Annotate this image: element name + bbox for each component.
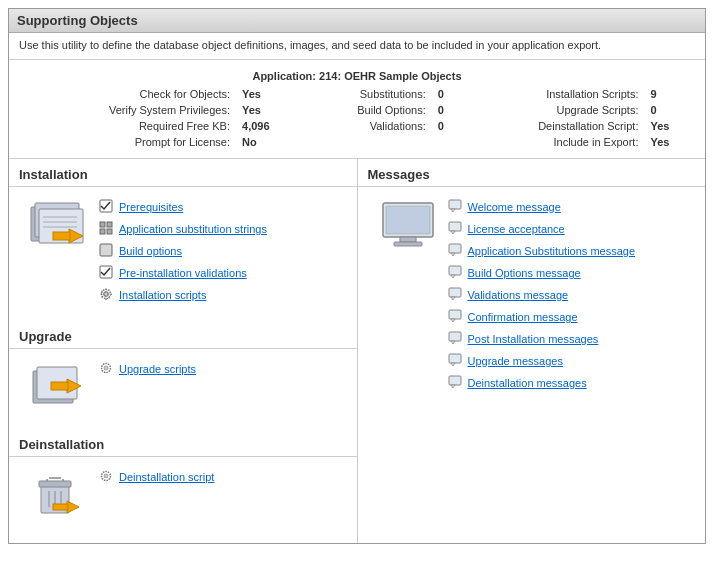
deinstallation-section: Deinstallation script <box>9 457 357 533</box>
prerequisites-link[interactable]: Prerequisites <box>119 201 183 213</box>
list-item: Welcome message <box>448 199 696 215</box>
installation-section: Prerequisites Application substitution s… <box>9 187 357 317</box>
list-item: Application Substitutions message <box>448 243 696 259</box>
svg-rect-46 <box>449 266 461 275</box>
svg-rect-9 <box>100 222 105 227</box>
svg-rect-50 <box>449 310 461 319</box>
build-options-value: 0 <box>432 102 462 118</box>
pre-installation-link[interactable]: Pre-installation validations <box>119 267 247 279</box>
list-item: Deinstallation script <box>99 469 347 485</box>
deinstallation-title: Deinstallation <box>9 429 357 457</box>
list-item: Installation scripts <box>99 287 347 303</box>
left-panel: Installation <box>9 159 358 543</box>
deinstallation-icon-container <box>19 465 99 525</box>
messages-title: Messages <box>358 159 706 187</box>
deinstallation-icon <box>23 469 95 525</box>
validations-message-link[interactable]: Validations message <box>468 289 569 301</box>
upgrade-scripts-label: Upgrade Scripts: <box>461 102 644 118</box>
welcome-message-link[interactable]: Welcome message <box>468 201 561 213</box>
build-options-message-link[interactable]: Build Options message <box>468 267 581 279</box>
check-objects-value: Yes <box>236 86 300 102</box>
app-substitutions-message-link[interactable]: Application Substitutions message <box>468 245 636 257</box>
page-title: Supporting Objects <box>9 9 705 33</box>
list-item: Deinstallation messages <box>448 375 696 391</box>
title-text: Supporting Objects <box>17 13 138 28</box>
svg-point-17 <box>104 292 108 296</box>
substitutions-label: Substitutions: <box>300 86 431 102</box>
license-acceptance-link[interactable]: License acceptance <box>468 223 565 235</box>
svg-rect-52 <box>449 332 461 341</box>
installation-scripts-label: Installation Scripts: <box>461 86 644 102</box>
list-item: Pre-installation validations <box>99 265 347 281</box>
speech-icon-5 <box>448 309 464 325</box>
svg-marker-47 <box>451 275 455 278</box>
upgrade-scripts-link[interactable]: Upgrade scripts <box>119 363 196 375</box>
info-section: Application: 214: OEHR Sample Objects Ch… <box>9 60 705 159</box>
gear3-icon <box>99 469 115 485</box>
monitor-icon <box>378 199 438 255</box>
app-substitution-link[interactable]: Application substitution strings <box>119 223 267 235</box>
svg-rect-39 <box>394 242 422 246</box>
messages-links: Welcome message License acceptance <box>448 195 696 397</box>
svg-rect-13 <box>100 244 112 256</box>
gear-icon <box>99 287 115 303</box>
speech-icon-3 <box>448 265 464 281</box>
include-export-value: Yes <box>644 134 695 150</box>
build-options-link[interactable]: Build options <box>119 245 182 257</box>
svg-marker-49 <box>451 297 455 300</box>
svg-rect-54 <box>449 354 461 363</box>
upgrade-title: Upgrade <box>9 321 357 349</box>
confirmation-message-link[interactable]: Confirmation message <box>468 311 578 323</box>
include-export-label: Include in Export: <box>461 134 644 150</box>
list-item: Upgrade scripts <box>99 361 347 377</box>
svg-marker-55 <box>451 363 455 366</box>
check-objects-label: Check for Objects: <box>19 86 236 102</box>
deinstallation-script-value: Yes <box>644 118 695 134</box>
list-item: License acceptance <box>448 221 696 237</box>
svg-rect-12 <box>107 229 112 234</box>
post-installation-messages-link[interactable]: Post Installation messages <box>468 333 599 345</box>
installation-links: Prerequisites Application substitution s… <box>99 195 347 309</box>
upgrade-icon <box>23 361 95 417</box>
checkbox-icon <box>99 199 115 215</box>
list-item: Prerequisites <box>99 199 347 215</box>
speech-icon-1 <box>448 221 464 237</box>
svg-marker-45 <box>451 253 455 256</box>
verify-privileges-label: Verify System Privileges: <box>19 102 236 118</box>
info-table: Application: 214: OEHR Sample Objects Ch… <box>19 68 695 150</box>
messages-section: Welcome message License acceptance <box>358 187 706 405</box>
required-free-kb-value: 4,096 <box>236 118 300 134</box>
deinstallation-script-link[interactable]: Deinstallation script <box>119 471 214 483</box>
upgrade-messages-link[interactable]: Upgrade messages <box>468 355 563 367</box>
svg-marker-41 <box>451 209 455 212</box>
validations-value: 0 <box>432 118 462 134</box>
list-item: Application substitution strings <box>99 221 347 237</box>
grid-icon <box>99 221 115 237</box>
required-free-kb-label: Required Free KB: <box>19 118 236 134</box>
upgrade-links: Upgrade scripts <box>99 357 347 383</box>
page-description: Use this utility to define the database … <box>9 33 705 60</box>
speech-icon-4 <box>448 287 464 303</box>
svg-point-35 <box>104 474 108 478</box>
upgrade-section: Upgrade scripts <box>9 349 357 425</box>
installation-title: Installation <box>9 159 357 187</box>
svg-marker-43 <box>451 231 455 234</box>
validations-label: Validations: <box>300 118 431 134</box>
svg-rect-21 <box>51 382 68 390</box>
speech-icon-6 <box>448 331 464 347</box>
svg-marker-53 <box>451 341 455 344</box>
messages-icon-container <box>368 195 448 255</box>
deinstallation-messages-link[interactable]: Deinstallation messages <box>468 377 587 389</box>
list-item: Confirmation message <box>448 309 696 325</box>
installation-icon-container <box>19 195 99 255</box>
svg-marker-51 <box>451 319 455 322</box>
prompt-license-label: Prompt for License: <box>19 134 236 150</box>
list-item: Post Installation messages <box>448 331 696 347</box>
svg-rect-10 <box>107 222 112 227</box>
list-item: Build Options message <box>448 265 696 281</box>
gear2-icon <box>99 361 115 377</box>
main-container: Supporting Objects Use this utility to d… <box>8 8 706 544</box>
installation-scripts-link[interactable]: Installation scripts <box>119 289 206 301</box>
installation-scripts-value: 9 <box>644 86 695 102</box>
list-item: Upgrade messages <box>448 353 696 369</box>
